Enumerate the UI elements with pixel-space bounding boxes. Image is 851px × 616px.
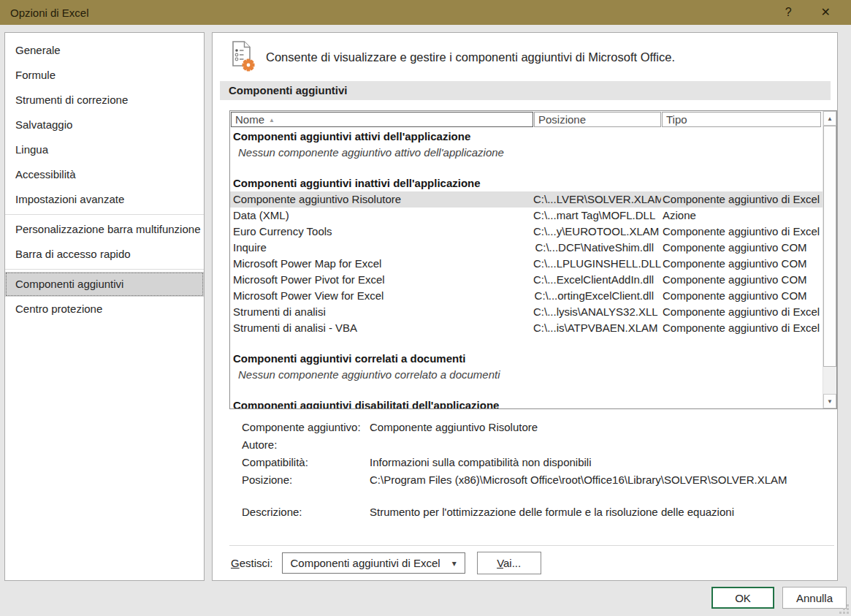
column-header-tipo[interactable]: Tipo [662,112,821,127]
spacer-row [230,336,823,351]
cell-position: C:\...mart Tag\MOFL.DLL [533,208,661,224]
cell-position: C:\...ortingExcelClient.dll [533,288,661,304]
sidebar-divider [5,214,204,215]
addin-details: Componente aggiuntivo:Componente aggiunt… [242,419,823,521]
table-row-inquire[interactable]: InquireC:\...DCF\NativeShim.dllComponent… [230,240,823,256]
detail-value: Componente aggiuntivo Risolutore [370,419,823,436]
cell-name: Microsoft Power Pivot for Excel [230,272,533,288]
column-header-nome[interactable]: Nome▲ [231,112,533,127]
group-header-componenti-aggiuntivi-disabilitati-dell-: Componenti aggiuntivi disabilitati dell'… [230,398,823,408]
cell-name: Microsoft Power Map for Excel [230,256,533,272]
sidebar-item-componenti-aggiuntivi[interactable]: Componenti aggiuntivi [5,272,204,297]
group-header-componenti-aggiuntivi-correlati-a-docume: Componenti aggiuntivi correlati a docume… [230,351,823,367]
sort-ascending-icon: ▲ [269,117,275,123]
table-row-microsoft-power-map-for-excel[interactable]: Microsoft Power Map for ExcelC:\...LPLUG… [230,256,823,272]
table-row-componente-aggiuntivo-risolutore[interactable]: Componente aggiuntivo RisolutoreC:\...LV… [230,191,823,208]
cell-name: Microsoft Power View for Excel [230,288,533,304]
cell-type: Componente aggiuntivo COM [661,288,823,304]
sidebar-item-formule[interactable]: Formule [5,63,204,88]
sidebar-item-salvataggio[interactable]: Salvataggio [5,113,204,137]
divider [229,545,834,546]
sidebar: GeneraleFormuleStrumenti di correzioneSa… [4,32,205,581]
table-row-strumenti-di-analisi-vba[interactable]: Strumenti di analisi - VBAC:\...is\ATPVB… [230,320,823,336]
addins-table: Nome▲PosizioneTipo Componenti aggiuntivi… [229,110,837,409]
cell-position: C:\...y\EUROTOOL.XLAM [533,224,661,240]
scroll-up-icon: ▲ [827,115,833,122]
detail-value: C:\Program Files (x86)\Microsoft Office\… [370,471,823,489]
table-body: Componenti aggiuntivi attivi dell'applic… [230,129,823,408]
close-icon[interactable]: ✕ [821,0,831,25]
scrollbar-thumb[interactable] [823,126,836,367]
sidebar-item-accessibilit[interactable]: Accessibilità [5,162,204,187]
spacer-row [230,383,823,398]
group-header-componenti-aggiuntivi-attivi-dell-applic: Componenti aggiuntivi attivi dell'applic… [230,129,823,145]
cell-name: Inquire [230,240,533,256]
page-header: Consente di visualizzare e gestire i com… [229,38,675,76]
table-row-microsoft-power-pivot-for-excel[interactable]: Microsoft Power Pivot for ExcelC:\...Exc… [230,272,823,288]
cell-type: Componente aggiuntivo di Excel [661,224,823,240]
manage-dropdown-value: Componenti aggiuntivi di Excel [291,557,440,569]
scroll-up-button[interactable]: ▲ [823,111,836,126]
detail-row-componente-aggiuntivo: Componente aggiuntivo:Componente aggiunt… [242,419,823,436]
cell-type: Componente aggiuntivo COM [661,272,823,288]
detail-label: Componente aggiuntivo: [242,419,370,436]
cell-position: C:\...LVER\SOLVER.XLAM [533,191,661,208]
addins-page-icon [229,39,258,75]
detail-row-compatibilit: Compatibilità:Informazioni sulla compati… [242,454,823,471]
table-scrollbar[interactable]: ▲ ▼ [823,111,836,408]
help-icon[interactable]: ? [785,0,792,25]
sidebar-item-personalizzazione-barra-multifunzione[interactable]: Personalizzazione barra multifunzione [5,217,204,242]
table-row-strumenti-di-analisi[interactable]: Strumenti di analisiC:\...lysis\ANALYS32… [230,304,823,320]
main-panel: Consente di visualizzare e gestire i com… [212,32,838,581]
sidebar-item-lingua[interactable]: Lingua [5,137,204,162]
table-header-row: Nome▲PosizioneTipo [230,111,823,128]
table-row-data-xml[interactable]: Data (XML)C:\...mart Tag\MOFL.DLLAzione [230,208,823,224]
go-button[interactable]: Vai... [477,552,541,574]
sidebar-item-centro-protezione[interactable]: Centro protezione [5,297,204,322]
cell-name: Euro Currency Tools [230,224,533,240]
column-header-label: Tipo [666,113,687,126]
titlebar: Opzioni di Excel ? ✕ [0,0,851,25]
scroll-down-icon: ▼ [827,398,833,405]
column-header-posizione[interactable]: Posizione [534,112,661,127]
column-header-label: Nome [235,113,264,126]
sidebar-item-strumenti-di-correzione[interactable]: Strumenti di correzione [5,88,204,113]
cell-position: C:\...is\ATPVBAEN.XLAM [533,320,661,336]
cell-type: Azione [661,208,823,224]
detail-row-autore: Autore: [242,436,823,454]
sidebar-item-generale[interactable]: Generale [5,38,204,63]
spacer-row [230,161,823,175]
resize-grip[interactable] [839,604,849,614]
detail-value [370,436,823,454]
scroll-down-button[interactable]: ▼ [823,394,836,408]
cancel-button[interactable]: Annulla [782,587,847,609]
chevron-down-icon: ▾ [452,558,457,569]
detail-row-posizione: Posizione:C:\Program Files (x86)\Microso… [242,471,823,489]
column-header-label: Posizione [538,113,586,126]
group-empty-text: Nessun componente aggiuntivo attivo dell… [230,145,823,161]
detail-label: Autore: [242,436,370,454]
section-header: Componenti aggiuntivi [220,81,831,100]
group-header-componenti-aggiuntivi-inattivi-dell-appl: Componenti aggiuntivi inattivi dell'appl… [230,175,823,191]
cell-position: C:\...ExcelClientAddIn.dll [533,272,661,288]
ok-button[interactable]: OK [711,587,774,609]
table-row-euro-currency-tools[interactable]: Euro Currency ToolsC:\...y\EUROTOOL.XLAM… [230,224,823,240]
page-description: Consente di visualizzare e gestire i com… [266,50,675,64]
detail-row-descrizione: Descrizione:Strumento per l'ottimizzazio… [242,503,823,521]
detail-label: Descrizione: [242,503,370,521]
excel-options-dialog: Opzioni di Excel ? ✕ GeneraleFormuleStru… [0,0,851,616]
sidebar-item-impostazioni-avanzate[interactable]: Impostazioni avanzate [5,187,204,212]
detail-label: Posizione: [242,471,370,489]
cell-type: Componente aggiuntivo COM [661,256,823,272]
cell-name: Data (XML) [230,208,533,224]
detail-value: Strumento per l'ottimizzazione delle for… [370,503,823,521]
manage-dropdown[interactable]: Componenti aggiuntivi di Excel ▾ [282,552,465,574]
window-title: Opzioni di Excel [10,7,89,19]
table-row-microsoft-power-view-for-excel[interactable]: Microsoft Power View for ExcelC:\...orti… [230,288,823,304]
detail-label: Compatibilità: [242,454,370,471]
cell-type: Componente aggiuntivo di Excel [661,191,823,208]
cell-position: C:\...LPLUGINSHELL.DLL [533,256,661,272]
cell-type: Componente aggiuntivo di Excel [661,320,823,336]
sidebar-item-barra-di-accesso-rapido[interactable]: Barra di accesso rapido [5,242,204,267]
cell-name: Componente aggiuntivo Risolutore [230,191,533,208]
